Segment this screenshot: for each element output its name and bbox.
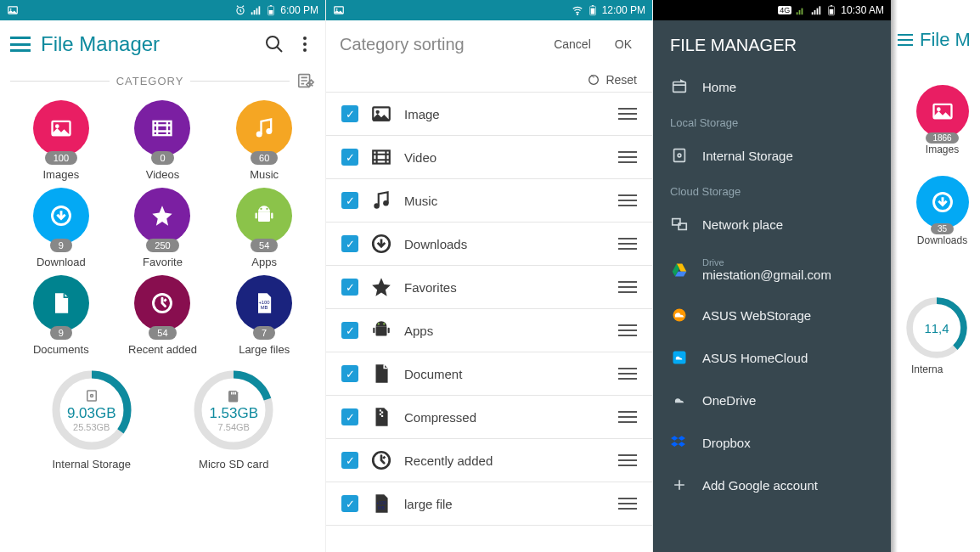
svg-rect-67 — [814, 10, 816, 14]
drawer-onedrive[interactable]: OneDrive — [653, 379, 891, 421]
svg-rect-3 — [251, 12, 253, 14]
drawer-home[interactable]: Home — [653, 65, 891, 108]
sort-label: Compressed — [404, 410, 606, 425]
checkbox[interactable]: ✓ — [341, 149, 358, 166]
checkbox[interactable]: ✓ — [341, 235, 358, 252]
svg-rect-17 — [154, 121, 172, 135]
drawer-add-google[interactable]: Add Google account — [653, 464, 891, 506]
storage-icon — [670, 146, 689, 165]
drag-handle[interactable] — [618, 324, 637, 336]
battery-icon — [265, 4, 277, 16]
svg-rect-6 — [259, 6, 261, 14]
category-favorite[interactable]: 250 Favorite — [115, 188, 211, 268]
checkbox[interactable]: ✓ — [341, 408, 358, 425]
drawer-asus-webstorage[interactable]: ASUS WebStorage — [653, 294, 891, 336]
svg-point-46 — [376, 110, 380, 114]
sort-row-downloads[interactable]: ✓ Downloads — [326, 222, 652, 266]
checkbox[interactable]: ✓ — [341, 495, 358, 512]
checkbox[interactable]: ✓ — [341, 192, 358, 209]
category-large-files[interactable]: +100MB 7 Large files — [217, 275, 312, 356]
peek-category-images[interactable]: 1866 Images — [904, 85, 980, 171]
sort-row-image[interactable]: ✓ Image — [326, 93, 652, 136]
svg-point-1 — [10, 8, 12, 10]
webstorage-icon — [670, 306, 689, 324]
alarm-icon — [234, 4, 246, 16]
sort-row-music[interactable]: ✓ Music — [326, 179, 652, 222]
category-images[interactable]: 100 Images — [14, 100, 109, 181]
svg-point-16 — [55, 124, 59, 128]
storage-total: 25.53GB — [73, 422, 110, 432]
category-count: 9 — [50, 239, 72, 252]
sort-row-document[interactable]: ✓ Document — [326, 352, 652, 396]
svg-rect-35 — [231, 392, 233, 395]
drawer-google-drive[interactable]: Drive miestation@gmail.com — [653, 245, 891, 294]
category-recent-added[interactable]: 54 Recent added — [115, 275, 211, 356]
drag-handle[interactable] — [618, 411, 637, 423]
sort-row-large-file[interactable]: ✓ +100MB large file — [326, 482, 652, 526]
status-bar: 6:00 PM — [0, 0, 325, 20]
storage-micro-sd-card[interactable]: 1.53GB 7.54GB Micro SD card — [191, 368, 276, 470]
image-icon — [916, 85, 969, 138]
category-videos[interactable]: 0 Videos — [115, 100, 211, 181]
sort-label: Favorites — [404, 280, 606, 295]
image-icon — [7, 4, 19, 16]
drive-icon — [670, 261, 689, 279]
svg-point-22 — [260, 208, 262, 210]
drawer-asus-homecloud[interactable]: ASUS HomeCloud — [653, 336, 891, 379]
svg-rect-42 — [590, 8, 594, 14]
checkbox[interactable]: ✓ — [341, 105, 358, 122]
ok-button[interactable]: OK — [608, 34, 639, 54]
sort-row-favorites[interactable]: ✓ Favorites — [326, 266, 652, 309]
search-button[interactable] — [264, 34, 284, 54]
drag-handle[interactable] — [618, 368, 637, 380]
category-apps[interactable]: 54 Apps — [217, 188, 312, 268]
category-download[interactable]: 9 Download — [14, 188, 109, 268]
svg-rect-51 — [376, 327, 387, 336]
svg-rect-4 — [254, 10, 256, 14]
drag-handle[interactable] — [618, 498, 637, 510]
sort-row-apps[interactable]: ✓ Apps — [326, 309, 652, 352]
sort-label: Music — [404, 194, 606, 208]
drag-handle[interactable] — [618, 454, 637, 466]
zip-icon — [370, 406, 392, 428]
sort-row-video[interactable]: ✓ Video — [326, 136, 652, 179]
reset-button[interactable]: Reset — [326, 68, 652, 92]
category-music[interactable]: 60 Music — [217, 100, 312, 181]
drawer-dropbox[interactable]: Dropbox — [653, 421, 891, 464]
category-label: Documents — [33, 343, 89, 356]
homecloud-icon — [670, 348, 689, 367]
video-icon — [370, 146, 392, 168]
checkbox[interactable]: ✓ — [341, 452, 358, 469]
sort-row-recently-added[interactable]: ✓ Recently added — [326, 439, 652, 482]
more-button[interactable] — [295, 34, 315, 54]
drag-handle[interactable] — [618, 194, 637, 206]
checkbox[interactable]: ✓ — [341, 365, 358, 382]
drawer-title: FILE MANAGER — [653, 20, 891, 65]
storage-internal-storage[interactable]: 9.03GB 25.53GB Internal Storage — [49, 368, 134, 470]
sort-label: Apps — [404, 324, 606, 338]
sort-label: Image — [404, 107, 606, 121]
menu-button[interactable] — [898, 34, 913, 46]
svg-rect-24 — [256, 213, 257, 219]
drawer-internal-storage[interactable]: Internal Storage — [653, 134, 891, 177]
svg-point-81 — [937, 107, 941, 111]
app-header: File Manager — [0, 20, 325, 68]
drawer-network-place[interactable]: Network place — [653, 203, 891, 245]
peek-count: 1866 — [926, 132, 958, 144]
drag-handle[interactable] — [618, 151, 637, 163]
drag-handle[interactable] — [618, 281, 637, 293]
category-documents[interactable]: 9 Documents — [14, 275, 109, 356]
svg-point-12 — [303, 42, 307, 46]
svg-point-75 — [678, 154, 681, 157]
menu-button[interactable] — [10, 37, 31, 52]
checkbox[interactable]: ✓ — [341, 322, 358, 339]
drag-handle[interactable] — [618, 238, 637, 250]
image-icon — [33, 100, 89, 156]
storage-total: 7.54GB — [218, 422, 250, 432]
edit-categories-button[interactable] — [296, 71, 315, 90]
sort-row-compressed[interactable]: ✓ Compressed — [326, 396, 652, 439]
peek-category-downloads[interactable]: 35 Downloads — [904, 176, 980, 262]
cancel-button[interactable]: Cancel — [547, 34, 598, 54]
drag-handle[interactable] — [618, 108, 637, 120]
checkbox[interactable]: ✓ — [341, 279, 358, 296]
